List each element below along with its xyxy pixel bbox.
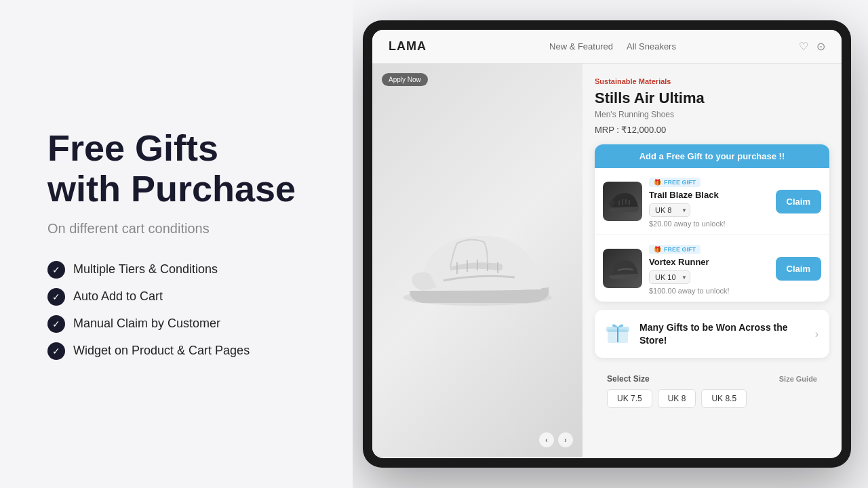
gift-widget: Add a Free Gift to your purchase !! (595, 144, 829, 302)
gift-items: 🎁 FREE GIFT Trail Blaze Black UK 7 UK 8 (595, 168, 829, 302)
left-panel: Free Gifts with Purchase On different ca… (0, 0, 353, 488)
features-list: ✓ Multiple Tiers & Conditions ✓ Auto Add… (47, 261, 312, 360)
image-badge: Apply Now (382, 73, 428, 86)
product-area: Apply Now ‹ › Sustainable Materials Stil… (372, 64, 842, 457)
size-option-85[interactable]: UK 8.5 (701, 389, 747, 408)
gift-item-2-name: Vortex Runner (649, 257, 769, 267)
product-category: Men's Running Shoes (595, 110, 829, 119)
gift-box-icon (606, 319, 630, 348)
feature-item-4: ✓ Widget on Product & Cart Pages (47, 342, 312, 360)
main-heading: Free Gifts with Purchase (47, 128, 312, 209)
gift-item-1-image (603, 182, 642, 221)
gift-item-1-name: Trail Blaze Black (649, 190, 769, 200)
gift-item-1-info: 🎁 FREE GIFT Trail Blaze Black UK 7 UK 8 (649, 175, 769, 228)
shoe-illustration (389, 203, 566, 318)
many-gifts-text: Many Gifts to be Won Across the Store! (639, 321, 806, 346)
store-logo: LAMA (389, 39, 427, 54)
tablet-screen: LAMA New & Featured All Sneakers ♡ ⊙ (372, 30, 842, 458)
image-nav: ‹ › (539, 432, 573, 447)
wishlist-icon[interactable]: ♡ (799, 40, 808, 53)
check-icon-2: ✓ (47, 288, 65, 306)
product-tag: Sustainable Materials (595, 77, 829, 85)
chevron-right-icon: › (815, 328, 818, 340)
check-icon-3: ✓ (47, 315, 65, 333)
product-name: Stills Air Ultima (595, 89, 829, 107)
product-image-section: Apply Now ‹ › (372, 64, 583, 457)
black-shoe-icon (606, 190, 639, 214)
product-image-placeholder (372, 64, 583, 457)
check-icon-4: ✓ (47, 342, 65, 360)
gift-item-1-size-select[interactable]: UK 7 UK 8 UK 9 UK 10 (649, 203, 690, 217)
sub-heading: On different cart conditions (47, 221, 312, 237)
vortex-shoe-icon (606, 257, 639, 281)
tablet-mockup: LAMA New & Featured All Sneakers ♡ ⊙ (363, 20, 851, 468)
size-header: Select Size Size Guide (607, 367, 817, 389)
product-details: Sustainable Materials Stills Air Ultima … (583, 64, 842, 457)
size-option-75[interactable]: UK 7.5 (607, 389, 652, 408)
free-gift-badge-2: 🎁 FREE GIFT (649, 245, 701, 254)
gift-item-2-unlock: $100.00 away to unlock! (649, 287, 769, 295)
nav-item-new[interactable]: New & Featured (549, 41, 613, 52)
size-label: Select Size (607, 374, 650, 384)
store-header: LAMA New & Featured All Sneakers ♡ ⊙ (372, 30, 842, 64)
feature-item-1: ✓ Multiple Tiers & Conditions (47, 261, 312, 279)
feature-item-3: ✓ Manual Claim by Customer (47, 315, 312, 333)
nav-item-sneakers[interactable]: All Sneakers (627, 41, 676, 52)
gift-item-2-info: 🎁 FREE GIFT Vortex Runner UK 8 UK 9 (649, 242, 769, 295)
gift-item-1: 🎁 FREE GIFT Trail Blaze Black UK 7 UK 8 (595, 168, 829, 235)
gift-item-1-size-wrap: UK 7 UK 8 UK 9 UK 10 ▼ (649, 203, 690, 217)
gift-widget-header: Add a Free Gift to your purchase !! (595, 144, 829, 168)
right-panel: LAMA New & Featured All Sneakers ♡ ⊙ (353, 0, 868, 488)
gift-item-1-image-inner (603, 182, 642, 221)
product-price: MRP : ₹12,000.00 (595, 125, 829, 135)
store-nav-icons: ♡ ⊙ (799, 40, 825, 53)
gift-item-2-image-inner (603, 249, 642, 288)
gift-svg (606, 319, 630, 344)
size-options: UK 7.5 UK 8 UK 8.5 (607, 389, 817, 408)
free-gift-badge-1: 🎁 FREE GIFT (649, 178, 701, 187)
claim-button-1[interactable]: Claim (776, 190, 821, 214)
gift-item-2-image (603, 249, 642, 288)
next-image-button[interactable]: › (558, 432, 573, 447)
store-nav: New & Featured All Sneakers (549, 41, 676, 52)
size-section: Select Size Size Guide UK 7.5 UK 8 UK 8.… (595, 367, 829, 408)
gift-item-2-size-select[interactable]: UK 8 UK 9 UK 10 UK 11 (649, 270, 690, 284)
gift-item-1-unlock: $20.00 away to unlock! (649, 220, 769, 228)
gift-icon-2: 🎁 (654, 246, 661, 253)
claim-button-2[interactable]: Claim (776, 257, 821, 281)
prev-image-button[interactable]: ‹ (539, 432, 554, 447)
check-icon-1: ✓ (47, 261, 65, 279)
gift-item-2-size-wrap: UK 8 UK 9 UK 10 UK 11 ▼ (649, 270, 690, 284)
gift-item-2: 🎁 FREE GIFT Vortex Runner UK 8 UK 9 (595, 235, 829, 302)
gift-icon-1: 🎁 (654, 179, 661, 186)
feature-item-2: ✓ Auto Add to Cart (47, 288, 312, 306)
size-option-8[interactable]: UK 8 (658, 389, 696, 408)
many-gifts-banner[interactable]: Many Gifts to be Won Across the Store! › (595, 310, 829, 358)
cart-icon[interactable]: ⊙ (816, 40, 825, 53)
size-guide-link[interactable]: Size Guide (779, 375, 817, 383)
